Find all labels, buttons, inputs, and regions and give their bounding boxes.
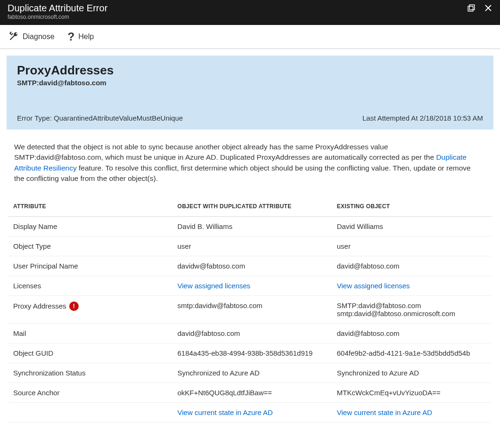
attr-dup: Synchronized to Azure AD (173, 363, 332, 383)
table-row: User Principal Name davidw@fabtoso.com d… (8, 256, 492, 276)
attr-ex: 604fe9b2-ad5d-4121-9a1e-53d5bdd5d54b (332, 343, 492, 363)
window-title: Duplicate Attribute Error (8, 3, 107, 14)
attr-ex: MTKcWckCmEq+vUvYizuoDA== (332, 383, 492, 402)
desc-part-2: feature. To resolve this conflict, first… (14, 164, 471, 182)
attr-label: Synchronization Status (8, 363, 173, 383)
attr-label: Display Name (8, 216, 173, 236)
summary-banner: ProxyAddresses SMTP:david@fabtoso.com Er… (7, 56, 493, 130)
desc-part-1: We detected that the object is not able … (14, 143, 436, 161)
attr-ex: David Williams (332, 216, 492, 236)
comparison-table: ATTRIBUTE OBJECT WITH DUPLICATED ATTRIBU… (8, 196, 492, 423)
view-state-link[interactable]: View current state in Azure AD (337, 408, 432, 416)
diagnose-label: Diagnose (23, 33, 55, 41)
table-row: Display Name David B. Williams David Wil… (8, 216, 492, 236)
proxy-line: SMTP:david@fabtoso.com (337, 301, 487, 310)
attr-label: Object Type (8, 236, 173, 256)
table-row: Synchronization Status Synchronized to A… (8, 363, 492, 383)
attr-label: Licenses (8, 276, 173, 295)
attr-label: Proxy Addresses (13, 302, 66, 310)
window-subtitle: fabtoso.onmicrosoft.com (8, 14, 107, 20)
last-attempted: Last Attempted At 2/18/2018 10:53 AM (362, 114, 483, 122)
title-bar: Duplicate Attribute Error fabtoso.onmicr… (0, 0, 500, 25)
svg-rect-0 (468, 6, 473, 11)
error-icon: ! (69, 301, 79, 311)
attr-label: Mail (8, 323, 173, 343)
col-existing: EXISTING OBJECT (332, 196, 492, 217)
attr-label: Source Anchor (8, 383, 173, 402)
table-row: Object Type user user (8, 236, 492, 256)
banner-meta-row: Error Type: QuarantinedAttributeValueMus… (17, 114, 483, 122)
col-attribute: ATTRIBUTE (8, 196, 173, 217)
attr-dup: smtp:davidw@fabtoso.com (173, 295, 332, 323)
question-icon: ? (68, 31, 75, 42)
view-licenses-link[interactable]: View assigned licenses (178, 282, 251, 290)
banner-subtitle: SMTP:david@fabtoso.com (17, 79, 483, 87)
attr-dup: david@fabtoso.com (173, 323, 332, 343)
restore-icon[interactable] (467, 4, 475, 14)
help-button[interactable]: ? Help (68, 31, 94, 43)
diagnose-button[interactable]: Diagnose (8, 31, 55, 43)
description: We detected that the object is not able … (0, 130, 481, 194)
attr-label: User Principal Name (8, 256, 173, 276)
table-row: Object GUID 6184a435-eb38-4994-938b-358d… (8, 343, 492, 363)
attr-ex: david@fabtoso.com (332, 323, 492, 343)
error-type: Error Type: QuarantinedAttributeValueMus… (17, 114, 183, 122)
attr-ex: SMTP:david@fabtoso.com smtp:david@fabtos… (332, 295, 492, 323)
toolbar: Diagnose ? Help (0, 25, 500, 49)
table-header-row: ATTRIBUTE OBJECT WITH DUPLICATED ATTRIBU… (8, 196, 492, 217)
attr-ex: user (332, 236, 492, 256)
table-row: View current state in Azure AD View curr… (8, 402, 492, 422)
banner-title: ProxyAddresses (17, 63, 483, 78)
help-label: Help (78, 33, 94, 41)
wrench-icon (8, 31, 19, 43)
attr-label: Object GUID (8, 343, 173, 363)
title-block: Duplicate Attribute Error fabtoso.onmicr… (8, 3, 107, 20)
attr-dup: okKF+Nt6QUG8qLdtfJiBaw== (173, 383, 332, 402)
svg-rect-1 (469, 5, 475, 10)
table-row: Mail david@fabtoso.com david@fabtoso.com (8, 323, 492, 343)
table-row: Source Anchor okKF+Nt6QUG8qLdtfJiBaw== M… (8, 383, 492, 402)
attr-ex: david@fabtoso.com (332, 256, 492, 276)
view-state-link[interactable]: View current state in Azure AD (178, 408, 273, 416)
attr-dup: user (173, 236, 332, 256)
proxy-line: smtp:david@fabtoso.onmicrosoft.com (337, 310, 487, 318)
view-licenses-link[interactable]: View assigned licenses (337, 282, 410, 290)
col-duplicated: OBJECT WITH DUPLICATED ATTRIBUTE (173, 196, 332, 217)
window-controls (467, 3, 492, 14)
attr-ex: Synchronized to Azure AD (332, 363, 492, 383)
table-row: Licenses View assigned licenses View ass… (8, 276, 492, 295)
table-row: Proxy Addresses ! smtp:davidw@fabtoso.co… (8, 295, 492, 323)
attr-dup: David B. Williams (173, 216, 332, 236)
close-icon[interactable] (484, 4, 492, 14)
attr-dup: davidw@fabtoso.com (173, 256, 332, 276)
attr-dup: 6184a435-eb38-4994-938b-358d5361d919 (173, 343, 332, 363)
